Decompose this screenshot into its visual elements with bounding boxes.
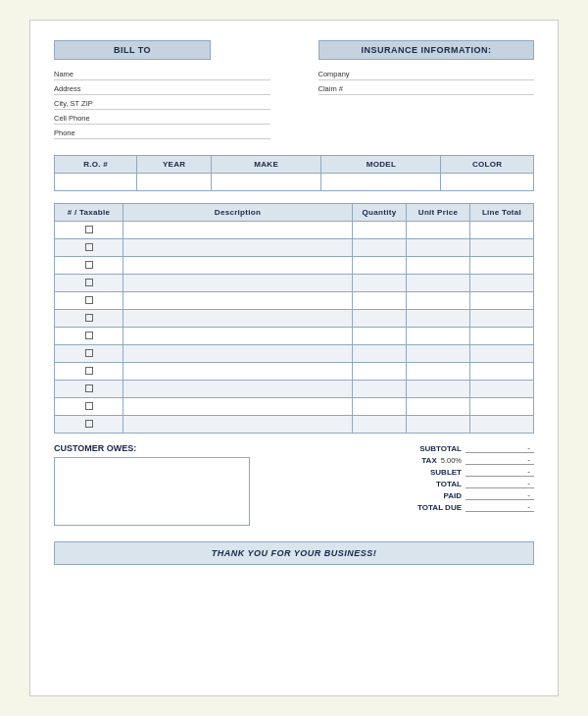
item-num-cell bbox=[55, 398, 123, 416]
tax-rate: 5.00% bbox=[441, 456, 462, 465]
insurance-fields: Company Claim # bbox=[318, 70, 535, 143]
paid-label: PAID bbox=[393, 491, 462, 500]
taxable-checkbox[interactable] bbox=[85, 349, 93, 357]
item-unit-cell bbox=[407, 398, 470, 416]
bottom-section: CUSTOMER OWES: SUBTOTAL - TAX 5.00% - SU… bbox=[54, 443, 534, 526]
item-qty-cell bbox=[353, 292, 407, 310]
vehicle-table: R.O. # YEAR MAKE MODEL COLOR bbox=[54, 155, 534, 191]
vehicle-col-color: COLOR bbox=[441, 156, 534, 174]
item-unit-cell bbox=[407, 239, 470, 257]
company-field-row: Company bbox=[318, 70, 535, 80]
table-row bbox=[55, 275, 534, 292]
phone-field-row: Phone bbox=[54, 128, 270, 139]
item-qty-cell bbox=[353, 398, 407, 416]
item-qty-cell bbox=[353, 222, 407, 239]
table-row bbox=[55, 292, 534, 310]
phone-label: Phone bbox=[54, 128, 103, 137]
item-num-cell bbox=[55, 222, 123, 239]
subtotal-row: SUBTOTAL - bbox=[304, 443, 534, 453]
claim-field-row: Claim # bbox=[318, 84, 535, 95]
item-qty-cell bbox=[353, 257, 407, 275]
items-col-unit: Unit Price bbox=[407, 204, 470, 222]
vehicle-year-value bbox=[137, 174, 212, 191]
item-num-cell bbox=[55, 416, 123, 434]
item-unit-cell bbox=[407, 381, 470, 398]
taxable-checkbox[interactable] bbox=[85, 296, 93, 304]
total-due-row: TOTAL DUE - bbox=[304, 502, 534, 512]
total-row: TOTAL - bbox=[304, 479, 534, 488]
taxable-checkbox[interactable] bbox=[85, 243, 93, 251]
city-field-row: City, ST ZIP bbox=[54, 99, 270, 110]
paid-value: - bbox=[466, 490, 534, 500]
customer-owes-label: CUSTOMER OWES: bbox=[54, 443, 284, 453]
item-total-cell bbox=[470, 328, 534, 345]
item-total-cell bbox=[470, 398, 534, 416]
item-unit-cell bbox=[407, 257, 470, 275]
vehicle-col-ro: R.O. # bbox=[55, 156, 137, 174]
cell-field-row: Cell Phone bbox=[54, 114, 270, 125]
taxable-checkbox[interactable] bbox=[85, 279, 93, 286]
vehicle-col-year: YEAR bbox=[137, 156, 212, 174]
table-row bbox=[55, 381, 534, 398]
item-unit-cell bbox=[407, 363, 470, 381]
item-num-cell bbox=[55, 310, 123, 328]
item-desc-cell bbox=[123, 222, 353, 239]
items-col-num: # / Taxable bbox=[55, 204, 123, 222]
customer-owes-section: CUSTOMER OWES: bbox=[54, 443, 284, 526]
item-desc-cell bbox=[123, 310, 353, 328]
taxable-checkbox[interactable] bbox=[85, 332, 93, 339]
item-total-cell bbox=[470, 345, 534, 363]
item-num-cell bbox=[55, 328, 123, 345]
item-total-cell bbox=[470, 222, 534, 239]
item-num-cell bbox=[55, 381, 123, 398]
item-total-cell bbox=[470, 310, 534, 328]
taxable-checkbox[interactable] bbox=[85, 314, 93, 322]
sublet-row: SUBLET - bbox=[304, 467, 534, 477]
table-row bbox=[55, 222, 534, 239]
company-label: Company bbox=[318, 70, 368, 78]
taxable-checkbox[interactable] bbox=[85, 402, 93, 410]
item-unit-cell bbox=[407, 345, 470, 363]
item-total-cell bbox=[470, 257, 534, 275]
table-row bbox=[55, 363, 534, 381]
vehicle-col-make: MAKE bbox=[211, 156, 320, 174]
item-qty-cell bbox=[353, 239, 407, 257]
taxable-checkbox[interactable] bbox=[85, 384, 93, 392]
paid-row: PAID - bbox=[304, 490, 534, 500]
item-qty-cell bbox=[353, 310, 407, 328]
item-num-cell bbox=[55, 363, 123, 381]
item-total-cell bbox=[470, 275, 534, 292]
item-qty-cell bbox=[353, 275, 407, 292]
vehicle-color-value bbox=[441, 174, 534, 191]
item-desc-cell bbox=[123, 363, 353, 381]
taxable-checkbox[interactable] bbox=[85, 226, 93, 233]
vehicle-make-value bbox=[211, 174, 320, 191]
item-qty-cell bbox=[353, 345, 407, 363]
vehicle-row bbox=[55, 174, 534, 191]
table-row bbox=[55, 310, 534, 328]
item-desc-cell bbox=[123, 239, 353, 257]
item-desc-cell bbox=[123, 328, 353, 345]
taxable-checkbox[interactable] bbox=[85, 261, 93, 269]
taxable-checkbox[interactable] bbox=[85, 420, 93, 428]
item-total-cell bbox=[470, 416, 534, 434]
info-section: Name Address City, ST ZIP Cell Phone Pho… bbox=[54, 70, 534, 143]
name-field-row: Name bbox=[54, 70, 270, 80]
item-unit-cell bbox=[407, 292, 470, 310]
customer-owes-box bbox=[54, 457, 250, 526]
subtotal-value: - bbox=[466, 443, 534, 453]
item-desc-cell bbox=[123, 416, 353, 434]
vehicle-ro-value bbox=[55, 174, 137, 191]
taxable-checkbox[interactable] bbox=[85, 367, 93, 375]
item-desc-cell bbox=[123, 275, 353, 292]
total-value: - bbox=[466, 479, 534, 488]
sublet-value: - bbox=[466, 467, 534, 477]
item-num-cell bbox=[55, 345, 123, 363]
item-total-cell bbox=[470, 239, 534, 257]
item-qty-cell bbox=[353, 363, 407, 381]
address-label: Address bbox=[54, 84, 103, 93]
items-col-desc: Description bbox=[123, 204, 353, 222]
claim-label: Claim # bbox=[318, 84, 368, 93]
table-row bbox=[55, 398, 534, 416]
footer-text: THANK YOU FOR YOUR BUSINESS! bbox=[212, 548, 377, 558]
